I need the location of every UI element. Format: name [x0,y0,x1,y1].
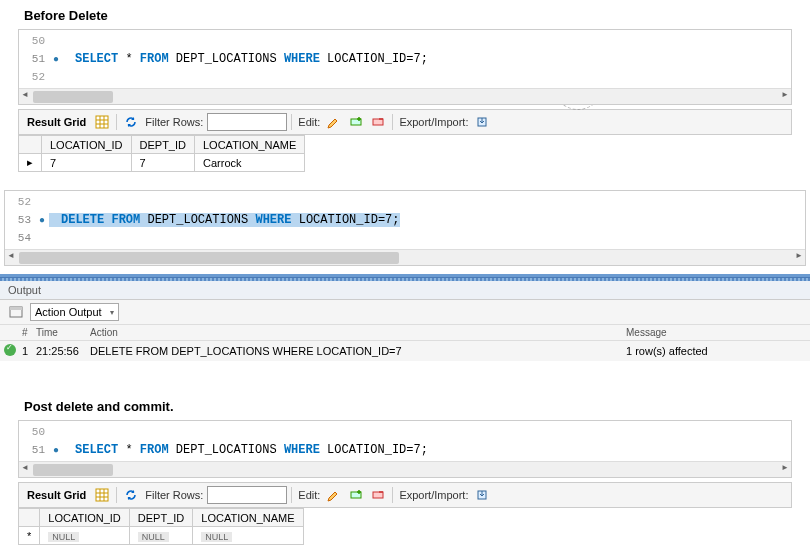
add-row-icon[interactable] [346,113,366,131]
table-header-row: LOCATION_ID DEPT_ID LOCATION_NAME [19,136,305,154]
sql-editor-3[interactable]: 50 51 ● SELECT * FROM DEPT_LOCATIONS WHE… [18,420,792,478]
delete-row-icon[interactable] [368,486,388,504]
code-line: 53 ● DELETE FROM DEPT_LOCATIONS WHERE LO… [5,211,805,229]
svg-rect-8 [373,492,383,498]
code-line: 51 ● SELECT * FROM DEPT_LOCATIONS WHERE … [19,441,791,459]
edit-label: Edit: [296,116,322,128]
result-toolbar-2: Result Grid Filter Rows: Edit: Export/Im… [18,482,792,508]
table-header-row: LOCATION_ID DEPT_ID LOCATION_NAME [19,509,304,527]
code-line: 52 [19,68,791,86]
svg-rect-2 [373,119,383,125]
result-grid-label: Result Grid [23,489,90,501]
result-grid-2[interactable]: LOCATION_ID DEPT_ID LOCATION_NAME * NULL… [18,508,304,545]
filter-rows-label: Filter Rows: [143,116,205,128]
code-line: 54 [5,229,805,247]
edit-icon[interactable] [324,486,344,504]
sql-editor-2[interactable]: 52 53 ● DELETE FROM DEPT_LOCATIONS WHERE… [4,190,806,266]
result-grid-label: Result Grid [23,116,90,128]
code-line: 52 [5,193,805,211]
svg-rect-6 [96,489,108,501]
export-import-label: Export/Import: [397,489,470,501]
refresh-icon[interactable] [121,486,141,504]
edit-icon[interactable] [324,113,344,131]
output-type-dropdown[interactable]: Action Output [30,303,119,321]
svg-rect-0 [96,116,108,128]
add-row-icon[interactable] [346,486,366,504]
export-icon[interactable] [472,486,492,504]
output-row[interactable]: 1 21:25:56 DELETE FROM DEPT_LOCATIONS WH… [0,341,810,361]
code-line: 51 ● SELECT * FROM DEPT_LOCATIONS WHERE … [19,50,791,68]
table-row[interactable]: * NULL NULL NULL [19,527,304,545]
edit-label: Edit: [296,489,322,501]
output-column-headers: # Time Action Message [0,325,810,341]
sql-editor-1[interactable]: 50 51 ● SELECT * FROM DEPT_LOCATIONS WHE… [18,29,792,105]
filter-rows-input[interactable] [207,113,287,131]
section-title-post: Post delete and commit. [0,391,810,420]
result-toolbar: Result Grid Filter Rows: Edit: Export/Im… [18,109,792,135]
output-panel: Output Action Output # Time Action Messa… [0,274,810,361]
output-toolbar: Action Output [0,300,810,325]
status-ok-icon [4,344,16,356]
horizontal-scrollbar[interactable] [19,461,791,477]
refresh-icon[interactable] [121,113,141,131]
grid-icon[interactable] [92,486,112,504]
horizontal-scrollbar[interactable] [5,249,805,265]
output-view-icon[interactable] [6,303,26,321]
code-line: 50 [19,423,791,441]
output-title: Output [0,281,810,300]
section-title-before: Before Delete [0,0,810,29]
export-icon[interactable] [472,113,492,131]
horizontal-scrollbar[interactable] [19,88,791,104]
code-line: 50 [19,32,791,50]
svg-rect-5 [10,307,22,310]
grid-icon[interactable] [92,113,112,131]
delete-row-icon[interactable] [368,113,388,131]
filter-rows-input[interactable] [207,486,287,504]
filter-rows-label: Filter Rows: [143,489,205,501]
table-row[interactable]: ▸ 7 7 Carrock [19,154,305,172]
result-grid-1[interactable]: LOCATION_ID DEPT_ID LOCATION_NAME ▸ 7 7 … [18,135,305,172]
export-import-label: Export/Import: [397,116,470,128]
